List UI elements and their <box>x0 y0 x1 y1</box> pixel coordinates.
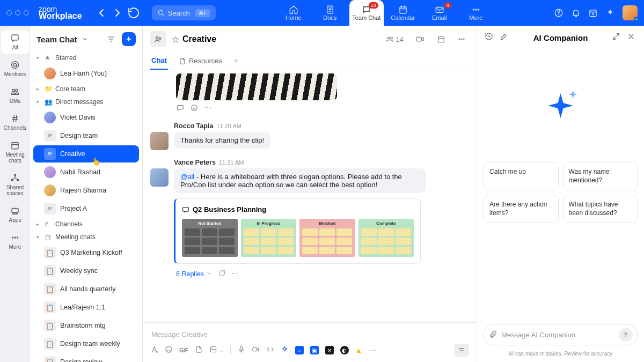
user-avatar[interactable] <box>623 5 638 20</box>
message-bubble: @all - Here is a whiteboard with three s… <box>174 168 426 193</box>
rail-dms[interactable]: DMs <box>1 84 29 107</box>
tab-calendar[interactable]: Calendar <box>386 0 420 26</box>
thread-react-icon[interactable] <box>218 269 226 279</box>
ai-send-button[interactable] <box>619 328 633 342</box>
gif-button[interactable]: GIF <box>179 348 188 353</box>
channel-title[interactable]: ☆Creative <box>172 34 216 45</box>
window-controls[interactable] <box>6 10 29 16</box>
rail-mentions[interactable]: Mentions <box>1 57 29 80</box>
section-meeting-chats[interactable]: ▾📋Meeting chats <box>30 231 142 243</box>
add-tab-button[interactable]: + <box>233 53 239 70</box>
dm-item-project-a[interactable]: Project A <box>33 200 139 217</box>
dm-item-nabil[interactable]: Nabil Rashad <box>33 164 139 181</box>
rail-more[interactable]: More <box>1 230 29 253</box>
ai-suggestion[interactable]: Are there any action items? <box>484 195 559 223</box>
shared-image[interactable] <box>176 73 337 100</box>
history-button[interactable] <box>127 6 140 19</box>
meeting-item[interactable]: 📋All hands quarterly <box>33 280 139 298</box>
meeting-item[interactable]: 📋Brainstorm mtg <box>33 317 139 334</box>
attach-icon[interactable] <box>488 330 497 339</box>
mention[interactable]: @all <box>180 173 194 181</box>
subtab-chat[interactable]: Chat <box>150 53 168 70</box>
message-more-icon[interactable]: ⋯ <box>204 104 211 114</box>
meeting-item[interactable]: 📋Design review <box>33 353 139 362</box>
meeting-item[interactable]: 📋Lea/Rajesh 1:1 <box>33 299 139 316</box>
reply-icon[interactable] <box>176 104 185 114</box>
nav-forward-button[interactable] <box>111 6 124 19</box>
replies-link[interactable]: 8 Replies <box>176 270 211 278</box>
file-icon[interactable] <box>195 345 203 355</box>
meeting-item[interactable]: 📋Weekly sync <box>33 262 139 279</box>
ai-suggestion[interactable]: Catch me up <box>484 162 559 190</box>
section-coreteam[interactable]: ▸📁Core team <box>30 83 142 95</box>
chevron-down-icon[interactable] <box>82 36 88 42</box>
svg-rect-36 <box>178 105 184 109</box>
nav-back-button[interactable] <box>95 6 108 19</box>
section-starred[interactable]: ▾★Starred <box>30 51 142 64</box>
rail-meeting-chats[interactable]: Meeting chats <box>1 137 29 167</box>
app-github-icon[interactable]: ◐ <box>340 346 349 354</box>
subtab-resources[interactable]: Resources <box>178 53 223 70</box>
star-icon[interactable]: ☆ <box>172 34 179 45</box>
app-zoom-icon[interactable]: ○ <box>295 346 304 354</box>
meeting-item[interactable]: 📋Q3 Marketing Kickoff <box>33 244 139 261</box>
author-avatar[interactable] <box>150 132 169 150</box>
calendar-add-icon[interactable] <box>588 8 598 18</box>
tab-email[interactable]: Email4 <box>422 0 457 26</box>
message-input[interactable]: Message Creative <box>150 327 469 344</box>
global-search[interactable]: Search ⌘F <box>152 5 216 20</box>
rail-channels[interactable]: Channels <box>1 110 29 134</box>
format-icon[interactable] <box>150 345 158 355</box>
member-count[interactable]: 14 <box>382 35 407 43</box>
section-dms[interactable]: ▾👥Direct messages <box>30 95 142 108</box>
video-call-button[interactable] <box>412 34 428 44</box>
ai-suggestion[interactable]: Was my name mentioned? <box>563 162 638 190</box>
tab-more[interactable]: More <box>459 0 493 26</box>
bell-icon[interactable] <box>571 8 581 18</box>
expand-icon[interactable] <box>612 32 621 43</box>
section-channels[interactable]: ▸#Channels <box>30 218 142 231</box>
tab-team-chat[interactable]: Team Chat14 <box>349 0 384 26</box>
meeting-item[interactable]: 📋Design team weekly <box>33 335 139 352</box>
send-options-button[interactable] <box>454 344 469 357</box>
audio-icon[interactable] <box>237 345 245 355</box>
app-jira-icon[interactable]: ✕ <box>325 346 334 354</box>
sidebar-item-you[interactable]: Lea Hanh (You) <box>33 65 139 82</box>
rail-shared-spaces[interactable]: Shared spaces <box>1 170 29 200</box>
ai-suggestion[interactable]: What topics have been discussed? <box>563 195 638 223</box>
svg-point-24 <box>50 153 52 154</box>
help-icon[interactable] <box>554 8 564 18</box>
author-name[interactable]: Rocco Tapia <box>174 122 213 130</box>
rail-all[interactable]: All <box>1 30 29 54</box>
channel-more-button[interactable] <box>454 35 469 43</box>
screenshot-icon[interactable] <box>209 345 224 355</box>
composer-more-icon[interactable]: ⋯ <box>369 346 376 354</box>
app-box-icon[interactable]: ▣ <box>310 346 319 354</box>
ai-history-icon[interactable] <box>485 32 494 43</box>
react-icon[interactable] <box>190 104 199 114</box>
dm-item-creative[interactable]: Creative <box>33 145 139 162</box>
video-message-icon[interactable] <box>252 345 260 355</box>
ai-compose-icon[interactable] <box>500 32 509 43</box>
rail-apps[interactable]: Apps <box>1 203 29 226</box>
tab-docs[interactable]: Docs <box>313 0 347 26</box>
tab-home[interactable]: Home <box>276 0 311 26</box>
dm-item-design-team[interactable]: Design team <box>33 127 139 144</box>
code-icon[interactable] <box>266 345 274 355</box>
whiteboard-card[interactable]: Q2 Business Planning Not Started In Prog… <box>174 198 421 264</box>
filter-button[interactable] <box>105 33 118 46</box>
close-icon[interactable] <box>627 32 636 43</box>
dm-item-rajesh[interactable]: Rajesh Sharma <box>33 182 139 199</box>
ai-sparkle-icon[interactable] <box>281 345 289 355</box>
author-avatar[interactable] <box>150 168 169 187</box>
new-chat-button[interactable]: + <box>122 32 136 46</box>
dm-item-violet[interactable]: Violet Davis <box>33 109 139 126</box>
author-name[interactable]: Vance Peters <box>174 159 216 166</box>
sparkle-icon[interactable] <box>605 8 615 18</box>
sidebar-title[interactable]: Team Chat <box>36 35 77 44</box>
thread-more-icon[interactable]: ⋯ <box>231 269 238 279</box>
ai-input[interactable]: Message AI Companion <box>484 324 638 345</box>
app-drive-icon[interactable]: ▲ <box>355 346 363 354</box>
schedule-button[interactable] <box>434 35 449 43</box>
emoji-icon[interactable] <box>165 345 173 355</box>
